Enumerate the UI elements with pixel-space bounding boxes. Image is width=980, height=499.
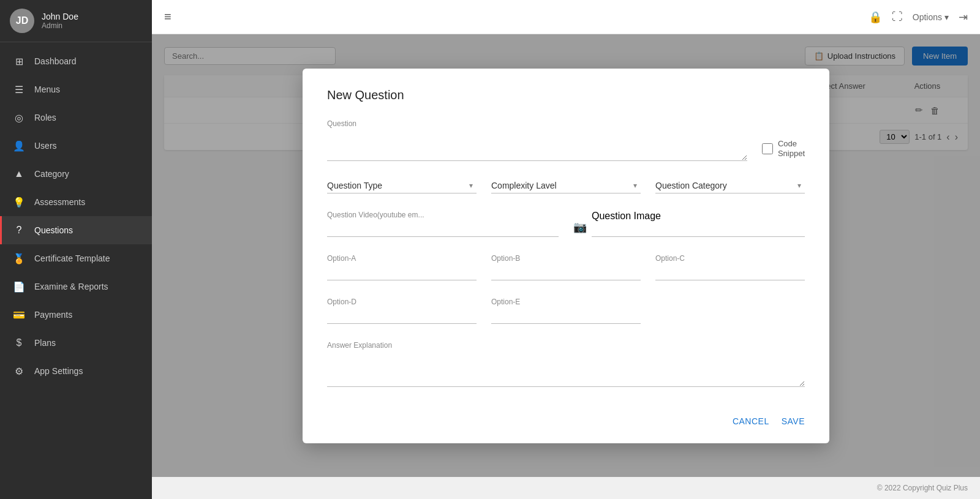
topbar: ≡ 🔒 ⛶ Options ▾ ⇥ [152, 0, 980, 34]
question-category-wrapper: Question Category [655, 178, 805, 193]
sidebar-nav: ⊞ Dashboard ☰ Menus ◎ Roles 👤 Users ▲ Ca… [0, 42, 152, 499]
topbar-right: 🔒 ⛶ Options ▾ ⇥ [869, 10, 968, 24]
sidebar-item-assessments[interactable]: 💡 Assessments [0, 188, 152, 216]
lock-icon: 🔒 [869, 10, 882, 24]
save-button[interactable]: SAVE [782, 416, 805, 426]
footer: © 2022 Copyright Quiz Plus [152, 477, 980, 499]
code-snippet-checkbox[interactable] [762, 143, 773, 154]
question-input[interactable] [327, 130, 747, 161]
fullscreen-icon[interactable]: ⛶ [892, 10, 903, 23]
options-dropdown[interactable]: Options ▾ [913, 12, 949, 22]
image-input[interactable] [592, 222, 805, 237]
option-b-label: Option-B [491, 254, 641, 263]
form-row-dropdowns: Question Type Complexity Lavel [327, 178, 805, 193]
code-snippet-field: Code Snippet [762, 139, 805, 160]
sidebar-item-examine-reports[interactable]: 📄 Examine & Reports [0, 272, 152, 301]
complexity-wrapper: Complexity Lavel [491, 178, 641, 193]
sidebar-item-app-settings[interactable]: ⚙ App Settings [0, 357, 152, 385]
camera-icon: 📷 [573, 220, 587, 234]
dashboard-icon: ⊞ [12, 54, 26, 68]
answer-explanation-input[interactable] [327, 352, 805, 387]
form-row-question: Question Code Snippet [327, 119, 805, 161]
option-a-label: Option-A [327, 254, 477, 263]
user-name: John Doe [42, 12, 78, 21]
dialog-form: Question Code Snippet [327, 119, 805, 387]
roles-icon: ◎ [12, 111, 26, 124]
image-field: 📷 Question Image [573, 211, 805, 237]
plans-icon: $ [12, 336, 26, 350]
questions-icon: ? [12, 223, 26, 237]
question-type-wrapper: Question Type [327, 178, 477, 193]
code-snippet-label: Code Snippet [778, 139, 805, 158]
question-type-field: Question Type [327, 178, 477, 193]
sidebar-item-questions[interactable]: ? Questions [0, 216, 152, 244]
option-e-input[interactable] [491, 309, 641, 324]
sidebar-item-menus[interactable]: ☰ Menus [0, 75, 152, 103]
video-label: Question Video(youtube em... [327, 211, 559, 219]
hamburger-icon[interactable]: ≡ [164, 10, 172, 24]
sidebar-label-dashboard: Dashboard [34, 56, 77, 66]
chevron-down-icon: ▾ [944, 12, 949, 22]
option-d-field: Option-D [327, 298, 477, 324]
option-c-field: Option-C [655, 254, 805, 280]
examine-icon: 📄 [12, 280, 26, 293]
answer-explanation-field: Answer Explanation [327, 341, 805, 387]
question-category-field: Question Category [655, 178, 805, 193]
sidebar-label-users: Users [34, 141, 57, 151]
sidebar-label-menus: Menus [34, 84, 60, 94]
modal-overlay: New Question Question Code Snippet [152, 34, 980, 477]
form-row-options-abc: Option-A Option-B Option-C [327, 254, 805, 280]
user-info: John Doe Admin [42, 12, 78, 30]
settings-icon: ⚙ [12, 364, 26, 378]
category-icon: ▲ [12, 167, 26, 181]
dialog-title: New Question [327, 88, 805, 102]
sidebar-label-payments: Payments [34, 310, 72, 320]
sidebar-label-app-settings: App Settings [34, 366, 83, 376]
sidebar-item-plans[interactable]: $ Plans [0, 329, 152, 357]
sidebar-item-category[interactable]: ▲ Category [0, 160, 152, 188]
option-c-input[interactable] [655, 265, 805, 280]
main-area: ≡ 🔒 ⛶ Options ▾ ⇥ 📋 Upload Instructions [152, 0, 980, 499]
cancel-button[interactable]: CANCEL [733, 416, 769, 426]
copyright-text: © 2022 Copyright Quiz Plus [877, 484, 968, 492]
sidebar: JD John Doe Admin ⊞ Dashboard ☰ Menus ◎ … [0, 0, 152, 499]
sidebar-label-examine-reports: Examine & Reports [34, 282, 108, 291]
topbar-left: ≡ [164, 10, 172, 24]
user-role: Admin [42, 21, 78, 30]
sidebar-label-assessments: Assessments [34, 197, 85, 207]
certificate-icon: 🏅 [12, 252, 26, 265]
question-category-select[interactable]: Question Category [655, 178, 805, 193]
sidebar-label-questions: Questions [34, 225, 73, 235]
complexity-select[interactable]: Complexity Lavel [491, 178, 641, 193]
option-a-input[interactable] [327, 265, 477, 280]
sidebar-user: JD John Doe Admin [0, 0, 152, 42]
dialog-actions: CANCEL SAVE [327, 407, 805, 426]
sidebar-item-users[interactable]: 👤 Users [0, 132, 152, 160]
option-c-label: Option-C [655, 254, 805, 263]
option-d-input[interactable] [327, 309, 477, 324]
avatar: JD [10, 9, 34, 33]
sidebar-item-certificate-template[interactable]: 🏅 Certificate Template [0, 244, 152, 272]
option-d-label: Option-D [327, 298, 477, 306]
assessments-icon: 💡 [12, 195, 26, 209]
question-label: Question [327, 119, 747, 128]
complexity-field: Complexity Lavel [491, 178, 641, 193]
question-type-select[interactable]: Question Type [327, 178, 477, 193]
video-input[interactable] [327, 222, 559, 237]
question-field: Question [327, 119, 747, 161]
logout-icon[interactable]: ⇥ [959, 10, 968, 24]
sidebar-item-payments[interactable]: 💳 Payments [0, 301, 152, 329]
sidebar-label-roles: Roles [34, 113, 56, 122]
new-question-dialog: New Question Question Code Snippet [303, 69, 829, 443]
options-label: Options [913, 12, 942, 22]
option-b-input[interactable] [491, 265, 641, 280]
option-e-field: Option-E [491, 298, 641, 324]
option-a-field: Option-A [327, 254, 477, 280]
users-icon: 👤 [12, 139, 26, 152]
menus-icon: ☰ [12, 83, 26, 96]
sidebar-item-dashboard[interactable]: ⊞ Dashboard [0, 47, 152, 75]
payments-icon: 💳 [12, 308, 26, 321]
sidebar-label-certificate-template: Certificate Template [34, 253, 110, 263]
sidebar-label-plans: Plans [34, 338, 56, 348]
sidebar-item-roles[interactable]: ◎ Roles [0, 103, 152, 132]
